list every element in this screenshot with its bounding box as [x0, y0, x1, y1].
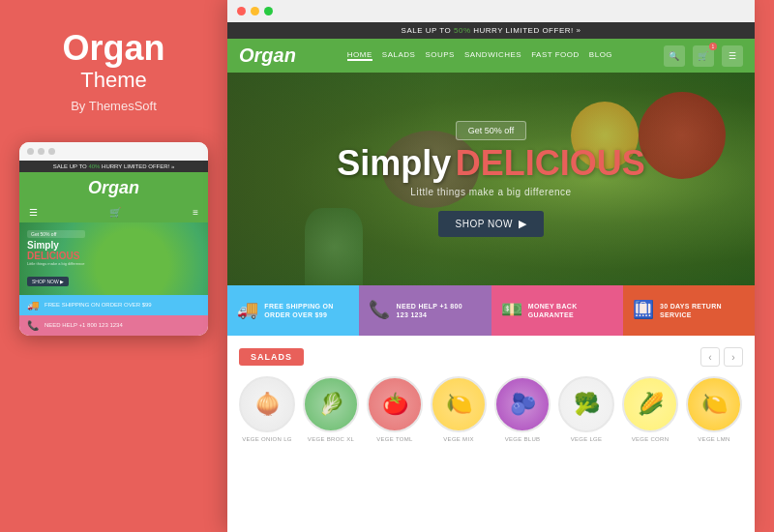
returns-text: 30 DAYS RETURNSERVICE [660, 302, 722, 319]
shop-now-label: SHOP NOW [456, 219, 513, 229]
product-item[interactable]: 🍅 VEGE TOML [367, 376, 423, 442]
product-item[interactable]: 🌽 VEGE CORN [622, 376, 678, 442]
mobile-promo-bar: SALE UP TO 40% HURRY LIMITED OFFER! » [19, 161, 208, 172]
mobile-delicious: DELICIOUS [27, 251, 85, 261]
mobile-phone-block: 📞 NEED HELP +1 800 123 1234 [19, 315, 208, 336]
shop-now-arrow: ▶ [519, 218, 527, 230]
returns-icon: 🛄 [633, 298, 654, 322]
hero-tagline: Little things make a big difference [410, 187, 571, 197]
desktop-dots-bar [227, 0, 755, 22]
mobile-nav: Organ [19, 172, 208, 204]
product-label: VEGE BROC XL [308, 436, 354, 442]
mobile-list-icon[interactable]: ≡ [193, 207, 198, 218]
info-blocks-row: 🚚 FREE SHIPPING ONORDER OVER $99 📞 NEED … [227, 285, 755, 336]
mobile-dot-2 [38, 148, 45, 155]
mobile-phone-icon: 📞 [27, 320, 39, 331]
desktop-dot-red [237, 7, 246, 15]
product-image: 🍋 [686, 376, 742, 432]
brand-title: Organ [62, 29, 164, 68]
product-image: 🥬 [303, 376, 359, 432]
cart-badge: 1 [709, 43, 717, 50]
product-label: VEGE LMN [698, 436, 729, 442]
nav-sandwiches[interactable]: SANDWICHES [464, 50, 521, 61]
brand-subtitle: Theme [80, 68, 146, 93]
shipping-text: FREE SHIPPING ONORDER OVER $99 [264, 302, 333, 319]
product-image: 🍅 [367, 376, 423, 432]
product-image: 🌽 [622, 376, 678, 432]
desktop-promo-bar: SALE UP TO 50% HURRY LIMITED OFFER! » [227, 22, 755, 39]
mobile-logo: Organ [27, 178, 200, 198]
mobile-icons-row: ☰ 🛒 ≡ [19, 204, 208, 222]
product-item[interactable]: 🧅 VEGE ONION LG [239, 376, 295, 442]
brand-author: By ThemesSoft [71, 99, 157, 113]
salads-header: SALADS ‹ › [239, 347, 743, 367]
product-label: VEGE TOML [376, 436, 413, 442]
product-image: 🫐 [494, 376, 551, 432]
shop-now-button[interactable]: SHOP NOW ▶ [438, 211, 545, 237]
mobile-menu-icon[interactable]: ☰ [29, 207, 38, 218]
mobile-get50-badge: Get 50% off [27, 230, 85, 238]
phone-block: 📞 NEED HELP +1 800123 1234 [359, 285, 491, 336]
product-label: VEGE MIX [443, 436, 473, 442]
salads-section: SALADS ‹ › 🧅 VEGE ONION LG 🥬 VEGE BROC X… [227, 336, 755, 450]
product-item[interactable]: 🫐 VEGE BLUB [494, 376, 551, 442]
product-item[interactable]: 🥬 VEGE BROC XL [303, 376, 359, 442]
nav-salads[interactable]: SALADS [382, 50, 416, 61]
hero-content: Get 50% off Simply DELICIOUS Little thin… [227, 73, 755, 285]
mobile-shipping-block: 🚚 FREE SHIPPING ON ORDER OVER $99 [19, 295, 208, 315]
product-label: VEGE ONION LG [242, 436, 292, 442]
mobile-hero-text: Get 50% off Simply DELICIOUS Little thin… [27, 230, 85, 287]
desktop-logo: Organ [239, 44, 296, 67]
promo-percent: 50% [454, 26, 471, 35]
salads-badge: SALADS [239, 348, 304, 366]
mobile-info-blocks: 🚚 FREE SHIPPING ON ORDER OVER $99 📞 NEED… [19, 295, 208, 336]
mobile-dots-bar [19, 142, 208, 161]
moneyback-block: 💵 MONEY BACKGUARANTEE [491, 285, 623, 336]
phone-text: NEED HELP +1 800123 1234 [397, 302, 462, 319]
salads-prev-button[interactable]: ‹ [700, 347, 720, 367]
desktop-preview: SALE UP TO 50% HURRY LIMITED OFFER! » Or… [227, 0, 755, 532]
mobile-phone-text: NEED HELP +1 800 123 1234 [45, 322, 123, 328]
left-panel: Organ Theme By ThemesSoft SALE UP TO 40%… [0, 0, 227, 532]
product-circles-row: 🧅 VEGE ONION LG 🥬 VEGE BROC XL 🍅 VEGE TO… [239, 376, 743, 442]
product-label: VEGE CORN [632, 436, 670, 442]
product-item[interactable]: 🍋 VEGE LMN [686, 376, 742, 442]
desktop-header-icons: 🔍 🛒 1 ☰ [664, 45, 743, 67]
returns-block: 🛄 30 DAYS RETURNSERVICE [623, 285, 755, 336]
product-image: 🍋 [431, 376, 487, 432]
salads-navigation: ‹ › [700, 347, 743, 367]
product-label: VEGE LGE [571, 436, 603, 442]
nav-blog[interactable]: BLOG [589, 50, 612, 61]
product-item[interactable]: 🥦 VEGE LGE [558, 376, 614, 442]
money-icon: 💵 [501, 298, 522, 322]
desktop-nav: HOME SALADS SOUPS SANDWICHES FAST FOOD B… [347, 50, 612, 61]
mobile-cart-icon[interactable]: 🛒 [109, 207, 121, 218]
product-label: VEGE BLUB [505, 436, 541, 442]
desktop-dot-green [264, 7, 273, 15]
get50-badge: Get 50% off [456, 121, 526, 140]
mobile-preview: SALE UP TO 40% HURRY LIMITED OFFER! » Or… [19, 142, 208, 336]
nav-soups[interactable]: SOUPS [425, 50, 455, 61]
product-image: 🧅 [239, 376, 295, 432]
nav-fastfood[interactable]: FAST FOOD [531, 50, 580, 61]
nav-home[interactable]: HOME [347, 50, 372, 61]
desktop-dot-yellow [251, 7, 259, 15]
desktop-header: Organ HOME SALADS SOUPS SANDWICHES FAST … [227, 39, 755, 73]
cart-button[interactable]: 🛒 1 [693, 45, 714, 67]
search-button[interactable]: 🔍 [664, 45, 685, 67]
product-item[interactable]: 🍋 VEGE MIX [431, 376, 487, 442]
mobile-hero: Get 50% off Simply DELICIOUS Little thin… [19, 222, 208, 295]
moneyback-text: MONEY BACKGUARANTEE [528, 302, 578, 319]
desktop-hero: Get 50% off Simply DELICIOUS Little thin… [227, 73, 755, 285]
truck-icon: 🚚 [237, 298, 258, 322]
mobile-truck-icon: 🚚 [27, 300, 39, 310]
mobile-shop-now[interactable]: SHOP NOW ▶ [27, 277, 69, 286]
product-image: 🥦 [558, 376, 614, 432]
shipping-block: 🚚 FREE SHIPPING ONORDER OVER $99 [227, 285, 359, 336]
mobile-shipping-text: FREE SHIPPING ON ORDER OVER $99 [45, 302, 152, 308]
mobile-simply: Simply [27, 240, 85, 251]
menu-button[interactable]: ☰ [722, 45, 743, 67]
mobile-dot-3 [48, 148, 55, 155]
salads-next-button[interactable]: › [724, 347, 743, 367]
phone-icon: 📞 [369, 298, 390, 322]
